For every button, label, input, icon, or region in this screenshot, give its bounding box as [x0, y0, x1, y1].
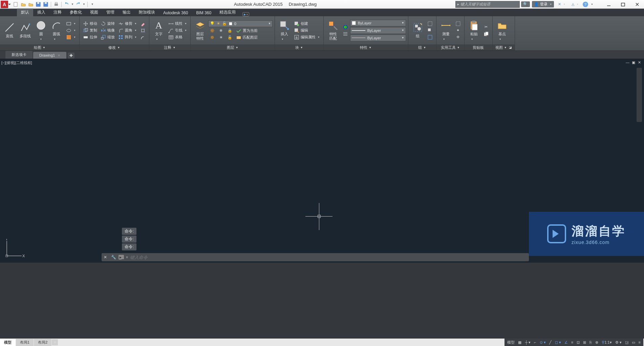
- edit-attr-button[interactable]: a编辑属性▼: [293, 34, 321, 40]
- close-tab-icon[interactable]: ✕: [58, 54, 60, 57]
- status-gear-icon[interactable]: ⚙ ▾: [614, 340, 623, 345]
- cloud-icon[interactable]: ◬▼: [570, 1, 581, 7]
- color-wheel-icon[interactable]: [341, 24, 349, 30]
- status-osnap-icon[interactable]: ◻ ▾: [554, 340, 562, 345]
- match-properties-button[interactable]: 特性匹配: [326, 20, 341, 41]
- navigation-bar[interactable]: [637, 68, 642, 122]
- file-tab-new[interactable]: 新选项卡: [5, 51, 33, 59]
- circle-button[interactable]: 圆▼: [34, 19, 48, 41]
- panel-title-draw[interactable]: 绘图▼: [0, 44, 79, 50]
- tab-annotate[interactable]: 注释: [49, 8, 66, 16]
- stretch-button[interactable]: 拉伸: [82, 34, 99, 40]
- text-button[interactable]: A 文字▼: [151, 19, 166, 41]
- move-button[interactable]: 移动: [82, 21, 99, 27]
- explode-icon[interactable]: [139, 27, 147, 34]
- layer-lock-icon[interactable]: 🔒: [226, 28, 234, 34]
- create-block-button[interactable]: 创建: [293, 21, 321, 27]
- paste-button[interactable]: 粘贴▼: [467, 19, 481, 41]
- close-icon[interactable]: [630, 1, 644, 8]
- status-ortho-icon[interactable]: ⌐: [533, 340, 537, 345]
- status-polar-icon[interactable]: ⊙ ▾: [538, 340, 547, 345]
- add-tab-icon[interactable]: ✚: [68, 53, 74, 59]
- line-button[interactable]: 直线: [2, 21, 17, 39]
- insert-block-button[interactable]: 插入▼: [277, 19, 292, 41]
- layer-unlock-icon[interactable]: 🔓: [226, 35, 234, 41]
- undo-icon[interactable]: [64, 1, 70, 7]
- mirror-button[interactable]: 镜像: [99, 27, 116, 34]
- search-go-icon[interactable]: 🔍: [521, 1, 530, 7]
- copy-button[interactable]: 复制: [82, 27, 99, 34]
- search-input[interactable]: ▸ 键入关键字或短语: [455, 1, 520, 8]
- linetype-dropdown[interactable]: ByLayer▼: [350, 35, 406, 41]
- quick-calc-icon[interactable]: ✦: [454, 27, 462, 34]
- drawing-canvas[interactable]: [−][俯视][二维线框] — ▣ ✕ Y X 命令: 命令: 命令: ✕ 🔧 …: [0, 59, 644, 263]
- cmd-close-icon[interactable]: ✕: [104, 255, 109, 260]
- status-workspace-icon[interactable]: ◲: [624, 340, 630, 345]
- tab-bim360[interactable]: BIM 360: [192, 9, 215, 16]
- offset-icon[interactable]: [139, 34, 147, 40]
- status-snap-icon[interactable]: ┼ ▾: [523, 340, 532, 345]
- group-button[interactable]: 组: [410, 21, 425, 39]
- tab-a360[interactable]: Autodesk 360: [159, 9, 192, 16]
- color-dropdown[interactable]: ByLayer▼: [350, 20, 406, 26]
- layout-tab-1[interactable]: 布局1: [16, 339, 34, 346]
- status-tpy-icon[interactable]: ⊡: [575, 340, 581, 345]
- status-ds-icon[interactable]: ⊗: [594, 340, 600, 345]
- trim-button[interactable]: 修剪▼: [117, 21, 138, 27]
- tab-insert[interactable]: 插入: [33, 8, 49, 16]
- status-customize-icon[interactable]: ≡: [637, 340, 642, 345]
- vp-minimize-icon[interactable]: —: [626, 60, 630, 65]
- minimize-icon[interactable]: [602, 1, 616, 8]
- select-all-icon[interactable]: [454, 21, 462, 27]
- rectangle-icon[interactable]: ▼: [65, 21, 77, 27]
- status-qp-icon[interactable]: ⊞: [582, 340, 587, 345]
- polyline-button[interactable]: 多段线: [18, 21, 33, 39]
- login-button[interactable]: 👤 登录 ▼: [532, 1, 554, 7]
- panel-title-clipboard[interactable]: 剪贴板: [465, 44, 492, 50]
- hatch-icon[interactable]: ▼: [65, 34, 77, 40]
- status-annoscale[interactable]: ⚲ 1:1 ▾: [600, 340, 613, 345]
- tab-default[interactable]: 默认: [17, 8, 33, 16]
- tab-view[interactable]: 视图: [86, 8, 102, 16]
- group-bbox-icon[interactable]: [426, 34, 434, 40]
- cmd-wrench-icon[interactable]: 🔧: [111, 255, 116, 260]
- panel-title-groups[interactable]: 组▼: [408, 44, 436, 50]
- list-icon[interactable]: [341, 31, 349, 37]
- vp-maximize-icon[interactable]: ▣: [632, 60, 637, 65]
- redo-icon[interactable]: [75, 1, 81, 7]
- layer-freeze-icon[interactable]: ❄: [217, 28, 225, 34]
- open-icon[interactable]: [28, 1, 34, 7]
- panel-title-properties[interactable]: 特性▼: [324, 44, 408, 50]
- panel-title-layers[interactable]: 图层▼: [191, 44, 275, 50]
- status-clean-icon[interactable]: ▭: [630, 340, 637, 345]
- edit-block-button[interactable]: 编辑: [293, 27, 321, 34]
- copy-clip-icon[interactable]: [482, 31, 490, 37]
- rotate-button[interactable]: 旋转: [99, 21, 116, 27]
- ribbon-collapse-icon[interactable]: ▶▾: [242, 12, 249, 16]
- tab-output[interactable]: 输出: [119, 8, 135, 16]
- layer-dropdown[interactable]: 💡 ☀ 🔓 0 ▼: [208, 20, 273, 27]
- status-sc-icon[interactable]: ⎘: [588, 340, 593, 345]
- add-layout-icon[interactable]: +: [52, 339, 58, 345]
- erase-icon[interactable]: [139, 21, 147, 27]
- tab-manage[interactable]: 管理: [102, 8, 119, 16]
- saveas-icon[interactable]: [43, 1, 49, 7]
- status-lwt-icon[interactable]: ≡: [570, 340, 575, 345]
- panel-title-view[interactable]: 视图▼◪: [493, 44, 515, 50]
- layer-properties-button[interactable]: 图层特性: [193, 20, 208, 41]
- qat-customize-icon[interactable]: ▼: [90, 3, 95, 6]
- layout-tab-2[interactable]: 布局2: [34, 339, 51, 346]
- layer-off-icon[interactable]: 🔆: [208, 28, 216, 34]
- maximize-icon[interactable]: [616, 1, 630, 8]
- cmd-prompt-icon[interactable]: ▸_: [119, 255, 124, 260]
- panel-title-block[interactable]: 块▼: [275, 44, 323, 50]
- array-button[interactable]: 阵列▼: [117, 34, 138, 40]
- point-icon[interactable]: ✛: [454, 34, 462, 40]
- make-current-button[interactable]: 置为当前: [235, 28, 259, 34]
- ungroup-icon[interactable]: [426, 21, 434, 27]
- open-icon[interactable]: [20, 1, 26, 7]
- print-icon[interactable]: [53, 1, 59, 7]
- fillet-button[interactable]: 圆角▼: [117, 27, 138, 34]
- tab-featured[interactable]: 精选应用: [215, 8, 240, 16]
- table-button[interactable]: 表格: [167, 34, 188, 40]
